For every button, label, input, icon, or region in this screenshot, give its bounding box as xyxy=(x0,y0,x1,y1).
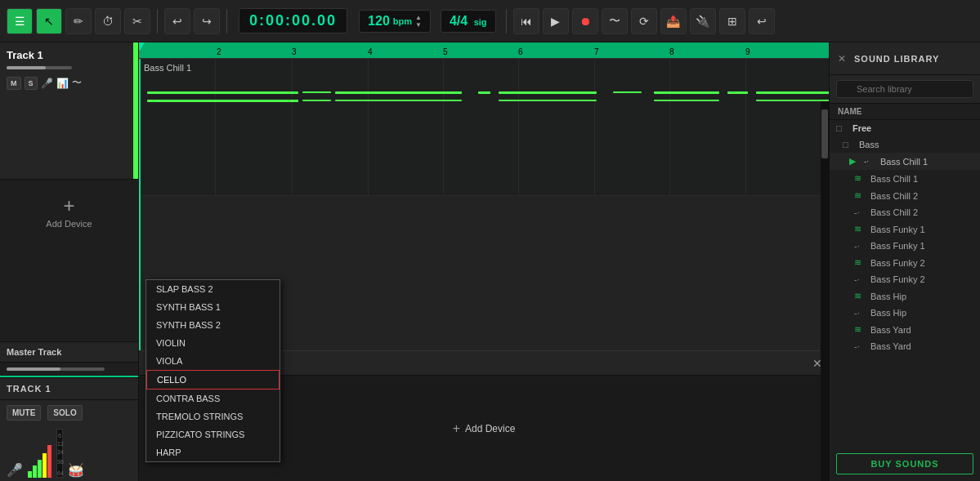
record-button[interactable]: ⏺ xyxy=(572,8,598,34)
track1-mic-icon[interactable]: 🎤 xyxy=(41,78,53,89)
lib-item-bass-funky1-wave[interactable]: ≋ Bass Funky 1 xyxy=(830,220,980,238)
bass-funky2-wave-icon: ≋ xyxy=(854,257,866,268)
bass-yard-dash-icon: -· xyxy=(854,341,866,351)
lib-item-bass-chill2-wave[interactable]: ≋ Bass Chill 2 xyxy=(830,187,980,204)
lib-item-bass-funky1-dash[interactable]: -· Bass Funky 1 xyxy=(830,238,980,254)
go-start-button[interactable]: ⏮ xyxy=(513,8,539,34)
track1-wave-icon[interactable]: 〜 xyxy=(72,76,82,90)
library-title: SOUND LIBRARY xyxy=(854,54,939,64)
instrument-dropdown: SLAP BASS 2 SYNTH BASS 1 SYNTH BASS 2 VI… xyxy=(145,279,280,462)
ruler-bg xyxy=(139,42,829,58)
track2-drums-icon[interactable]: 🥁 xyxy=(68,462,84,478)
master-track-name: Master Track xyxy=(7,347,132,357)
master-track-section: Master Track xyxy=(0,341,138,376)
track2-mic-icon[interactable]: 🎤 xyxy=(7,462,23,478)
add-device-label: Add Device xyxy=(465,423,515,434)
automation-button[interactable]: 〜 xyxy=(602,8,628,34)
waveform-seg-9 xyxy=(756,91,829,94)
export-button[interactable]: 📤 xyxy=(660,8,687,34)
bass-funky1-wave-icon: ≋ xyxy=(854,224,866,234)
waveform-seg-7 xyxy=(654,91,719,94)
lib-item-bass-chill1[interactable]: ≋ Bass Chill 1 xyxy=(830,170,980,187)
track1-lane[interactable]: Bass Chill 1 xyxy=(139,59,829,196)
lib-item-bass-funky2-dash[interactable]: -· Bass Funky 2 xyxy=(830,271,980,287)
dropdown-item-harp[interactable]: HARP xyxy=(146,443,280,461)
library-search-input[interactable] xyxy=(836,80,973,98)
dropdown-item-tremolo-strings[interactable]: TREMOLO STRINGS xyxy=(146,408,280,425)
sound-library-panel: ✕ SOUND LIBRARY 🔍 Name □ Free □ xyxy=(829,42,980,481)
time-signature-display: 4/4 sig xyxy=(441,10,496,33)
track1-mute-btn[interactable]: M xyxy=(7,77,21,90)
dropdown-item-synth-bass-2[interactable]: SYNTH BASS 2 xyxy=(146,316,280,334)
undo2-button[interactable]: ↩ xyxy=(749,8,775,34)
grid-line-2 xyxy=(215,59,216,195)
bass-chill1-dash-icon: -· xyxy=(864,157,875,166)
timeline-ruler[interactable]: 2 3 4 5 6 7 8 9 xyxy=(139,42,829,59)
redo-button[interactable]: ↪ xyxy=(194,8,220,34)
lib-bass-chill1-label: Bass Chill 1 xyxy=(870,174,973,184)
dropdown-item-violin[interactable]: VIOLIN xyxy=(146,334,280,352)
lib-bass-funky1-dash-label: Bass Funky 1 xyxy=(870,241,973,251)
track2-section: TRACK 1 MUTE SOLO 🎤 xyxy=(0,376,138,481)
separator-3 xyxy=(506,9,507,33)
ruler-num-6: 6 xyxy=(518,47,523,56)
bass-chill2-wave-icon: ≋ xyxy=(854,190,866,201)
track2-solo-btn[interactable]: SOLO xyxy=(47,405,82,421)
plugin-button[interactable]: 🔌 xyxy=(690,8,716,34)
dropdown-item-slap-bass-2[interactable]: SLAP BASS 2 xyxy=(146,280,280,298)
lib-bass-funky2-dash-label: Bass Funky 2 xyxy=(870,274,973,284)
lib-bass-chill2-wave-label: Bass Chill 2 xyxy=(870,191,973,201)
track2-mute-btn[interactable]: MUTE xyxy=(7,405,41,421)
pencil-tool-button[interactable]: ✏ xyxy=(65,8,92,34)
dropdown-item-cello[interactable]: CELLO xyxy=(146,370,280,390)
menu-button[interactable]: ☰ xyxy=(7,8,33,34)
master-track-header: Master Track xyxy=(0,342,138,363)
lib-item-bass-funky2-wave[interactable]: ≋ Bass Funky 2 xyxy=(830,254,980,271)
free-folder-icon: □ xyxy=(836,123,848,133)
library-x-icon[interactable]: ✕ xyxy=(838,53,846,65)
add-track-area[interactable]: + Add Device xyxy=(0,180,138,341)
lib-bass-chill2-dash-label: Bass Chill 2 xyxy=(870,207,973,217)
track2-header: TRACK 1 xyxy=(0,377,138,400)
lib-item-bass-hip-dash[interactable]: -· Bass Hip xyxy=(830,305,980,321)
vertical-scrollbar[interactable] xyxy=(821,101,829,481)
lib-item-bass-chill1-folder[interactable]: ▶ -· Bass Chill 1 xyxy=(830,153,980,170)
dropdown-item-viola[interactable]: VIOLA xyxy=(146,352,280,370)
waveform-seg-1b xyxy=(147,100,298,102)
master-volume-slider[interactable] xyxy=(7,367,105,371)
bpm-arrows[interactable]: ▲▼ xyxy=(415,14,422,29)
scrollbar-thumb[interactable] xyxy=(821,109,828,158)
grid-button[interactable]: ⊞ xyxy=(719,8,745,34)
lib-item-bass-yard-dash[interactable]: -· Bass Yard xyxy=(830,338,980,354)
undo-button[interactable]: ↩ xyxy=(164,8,190,34)
track1-eq-icon[interactable]: 📊 xyxy=(56,78,69,89)
dropdown-item-pizzicato-strings[interactable]: PIZZICATO STRINGS xyxy=(146,425,280,443)
track1-solo-btn[interactable]: S xyxy=(25,77,38,90)
ruler-num-7: 7 xyxy=(594,47,599,56)
dropdown-item-synth-bass-1[interactable]: SYNTH BASS 1 xyxy=(146,298,280,316)
add-device-button[interactable]: + Add Device xyxy=(453,421,516,436)
library-list: □ Free □ Bass ▶ -· Bass Chill 1 ≋ Bass xyxy=(830,120,980,447)
waveform-seg-6 xyxy=(613,91,642,93)
track1-name: Track 1 xyxy=(7,49,132,61)
clock-tool-button[interactable]: ⏱ xyxy=(95,8,121,34)
lib-item-bass[interactable]: □ Bass xyxy=(830,136,980,153)
lib-item-free[interactable]: □ Free xyxy=(830,120,980,136)
toolbar: ☰ ↖ ✏ ⏱ ✂ ↩ ↪ 0:00:00.00 xyxy=(0,0,980,42)
grid-line-7 xyxy=(594,59,595,195)
bpm-display[interactable]: 120 bpm ▲▼ xyxy=(359,10,431,33)
track1-volume-slider[interactable] xyxy=(7,66,72,69)
lib-item-bass-hip-wave[interactable]: ≋ Bass Hip xyxy=(830,287,980,305)
loop-button[interactable]: ⟳ xyxy=(631,8,657,34)
dropdown-item-contra-bass[interactable]: CONTRA BASS xyxy=(146,390,280,408)
cursor-tool-button[interactable]: ↖ xyxy=(36,8,62,34)
clip-label: Bass Chill 1 xyxy=(144,62,191,73)
play-button[interactable]: ▶ xyxy=(543,8,569,34)
lib-item-bass-yard-wave[interactable]: ≋ Bass Yard xyxy=(830,321,980,338)
scissors-tool-button[interactable]: ✂ xyxy=(124,8,150,34)
bass-funky1-dash-icon: -· xyxy=(854,241,866,251)
bass-chill1-wave-icon: ≋ xyxy=(854,173,866,184)
lib-free-label: Free xyxy=(852,123,973,133)
lib-item-bass-chill2-dash[interactable]: -· Bass Chill 2 xyxy=(830,204,980,220)
buy-sounds-button[interactable]: BUY SOUNDS xyxy=(836,453,973,474)
